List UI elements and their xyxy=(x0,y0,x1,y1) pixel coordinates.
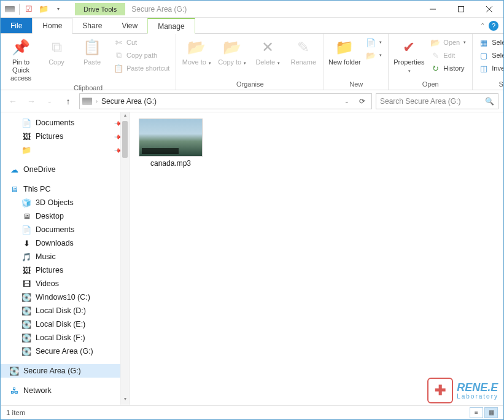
easy-access-icon: 📂 xyxy=(366,50,376,60)
properties-qat-icon[interactable]: ☑ xyxy=(22,2,36,16)
new-item-button[interactable]: 📄▾ xyxy=(363,36,384,49)
select-all-button[interactable]: ▦Select all xyxy=(476,36,504,49)
contextual-tab-drive-tools[interactable]: Drive Tools xyxy=(75,3,125,15)
sidebar-onedrive[interactable]: ☁OneDrive xyxy=(1,163,129,176)
sidebar-pc-item[interactable]: 💽Local Disk (D:) xyxy=(1,304,129,317)
sidebar-item-label: Pictures xyxy=(36,132,63,141)
open-button[interactable]: 📂Open ▾ xyxy=(428,36,468,49)
sidebar-pc-item[interactable]: 🎞Videos xyxy=(1,277,129,290)
scroll-thumb[interactable] xyxy=(122,121,128,158)
tab-share[interactable]: Share xyxy=(72,18,112,33)
scroll-up-icon[interactable]: ▴ xyxy=(121,112,129,121)
tab-manage[interactable]: Manage xyxy=(147,18,195,34)
sidebar-pc-item[interactable]: 💽Local Disk (F:) xyxy=(1,331,129,344)
recent-dropdown-icon[interactable]: ⌄ xyxy=(42,94,57,109)
file-item[interactable]: canada.mp3 xyxy=(137,119,204,168)
help-icon[interactable]: ? xyxy=(489,21,498,31)
up-button[interactable]: ↑ xyxy=(61,94,76,109)
sidebar-quick-item[interactable]: 📁📌 xyxy=(1,143,129,157)
sidebar-pc-item[interactable]: 🖥Desktop xyxy=(1,209,129,223)
address-path: Secure Area (G:) xyxy=(101,97,157,106)
back-button[interactable]: ← xyxy=(6,94,20,109)
status-text: 1 item xyxy=(6,409,25,416)
file-pane[interactable]: canada.mp3 xyxy=(130,112,503,405)
desktop-icon: 🖥 xyxy=(21,211,31,221)
new-item-icon: 📄 xyxy=(366,37,376,47)
sidebar-quick-item[interactable]: 📄Documents📌 xyxy=(1,116,129,130)
folder-qat-icon[interactable]: 📁 xyxy=(37,2,50,16)
large-icons-view-button[interactable]: ▦ xyxy=(484,407,498,418)
refresh-button[interactable]: ⟳ xyxy=(355,97,369,106)
pin-to-quick-access-button[interactable]: 📌 Pin to Quick access xyxy=(4,35,37,83)
close-button[interactable] xyxy=(475,1,503,18)
qat-dropdown-icon[interactable]: ▾ xyxy=(52,2,65,16)
scroll-down-icon[interactable]: ▾ xyxy=(121,396,129,405)
cut-button[interactable]: ✄Cut xyxy=(111,36,172,49)
new-folder-icon: 📁 xyxy=(335,37,354,57)
sidebar-pc-item[interactable]: 🎵Music xyxy=(1,250,129,263)
folder-icon: 📁 xyxy=(21,145,31,155)
sidebar-pc-item[interactable]: 🖼Pictures xyxy=(1,263,129,277)
file-thumbnail xyxy=(139,119,203,157)
properties-label: Properties ▾ xyxy=(392,58,425,74)
select-none-button[interactable]: ▢Select none xyxy=(476,49,504,61)
pin-label: Pin to Quick access xyxy=(4,58,37,83)
status-bar: 1 item ≡ ▦ xyxy=(1,405,503,419)
delete-button[interactable]: ✕ Delete ▾ xyxy=(251,35,284,66)
group-label-organise: Organise xyxy=(180,79,320,90)
tab-home[interactable]: Home xyxy=(32,18,72,34)
forward-button[interactable]: → xyxy=(24,94,39,109)
watermark-badge-icon: ✚ xyxy=(427,378,453,403)
watermark-brand: RENE.E xyxy=(457,382,498,393)
address-dropdown-icon[interactable]: ⌄ xyxy=(342,98,352,104)
network-icon: 🖧 xyxy=(9,386,19,395)
tab-file[interactable]: File xyxy=(1,18,32,33)
properties-button[interactable]: ✔ Properties ▾ xyxy=(392,35,425,74)
invert-selection-button[interactable]: ◫Invert selection xyxy=(476,62,504,74)
pin-icon: 📌 xyxy=(11,37,31,57)
copy-button[interactable]: ⧉ Copy xyxy=(40,35,73,66)
sidebar-pc-item[interactable]: ⬇Downloads xyxy=(1,236,129,250)
sidebar-pc-item[interactable]: 📄Documents xyxy=(1,223,129,236)
sidebar-network[interactable]: 🖧Network xyxy=(1,384,129,397)
rename-button[interactable]: ✎ Rename xyxy=(287,35,320,66)
maximize-button[interactable] xyxy=(447,1,475,18)
drive-icon: 💽 xyxy=(21,292,31,302)
collapse-ribbon-icon[interactable]: ⌃ xyxy=(480,22,485,29)
group-organise: 📂 Move to ▾ 📂 Copy to ▾ ✕ Delete ▾ ✎ Ren… xyxy=(176,34,324,90)
delete-icon: ✕ xyxy=(258,37,277,57)
invert-icon: ◫ xyxy=(479,63,489,73)
paste-shortcut-button[interactable]: 📋Paste shortcut xyxy=(111,62,172,74)
minimize-button[interactable] xyxy=(419,1,447,18)
sidebar-secure-area[interactable]: 💽Secure Area (G:) xyxy=(1,364,129,378)
sidebar-scrollbar[interactable]: ▴ ▾ xyxy=(120,112,129,405)
paste-button[interactable]: 📋 Paste xyxy=(76,35,109,66)
move-to-icon: 📂 xyxy=(187,37,206,57)
copy-to-button[interactable]: 📂 Copy to ▾ xyxy=(215,35,249,66)
drive-icon: 💽 xyxy=(21,319,31,329)
sidebar-pc-item[interactable]: 🧊3D Objects xyxy=(1,196,129,209)
sidebar-this-pc[interactable]: 🖥This PC xyxy=(1,182,129,196)
easy-access-button[interactable]: 📂▾ xyxy=(363,49,384,61)
history-button[interactable]: ↻History xyxy=(428,62,468,74)
edit-button[interactable]: ✎Edit xyxy=(428,49,468,61)
new-folder-button[interactable]: 📁 New folder xyxy=(328,35,361,66)
paste-icon: 📋 xyxy=(82,37,102,57)
move-to-button[interactable]: 📂 Move to ▾ xyxy=(180,35,213,66)
paste-shortcut-icon: 📋 xyxy=(114,63,123,73)
search-input[interactable]: Search Secure Area (G:) 🔍 xyxy=(376,93,498,109)
sidebar-item-label: Music xyxy=(36,252,56,261)
group-label-select: Select xyxy=(476,79,504,90)
sidebar-pc-item[interactable]: 💽Local Disk (E:) xyxy=(1,317,129,331)
title-bar: ☑ 📁 ▾ Drive Tools Secure Area (G:) xyxy=(1,1,503,18)
tab-view[interactable]: View xyxy=(112,18,147,33)
address-bar[interactable]: › Secure Area (G:) ⌄ ⟳ xyxy=(79,93,372,109)
details-view-button[interactable]: ≡ xyxy=(470,407,483,418)
copy-path-button[interactable]: ⧉Copy path xyxy=(111,49,172,61)
sidebar-quick-item[interactable]: 🖼Pictures📌 xyxy=(1,130,129,143)
sidebar-pc-item[interactable]: 💽Windows10 (C:) xyxy=(1,290,129,304)
pic-icon: 🖼 xyxy=(21,131,31,141)
group-label-clipboard: Clipboard xyxy=(4,83,172,93)
doc-icon: 📄 xyxy=(21,118,31,128)
sidebar-pc-item[interactable]: 💽Secure Area (G:) xyxy=(1,344,129,358)
